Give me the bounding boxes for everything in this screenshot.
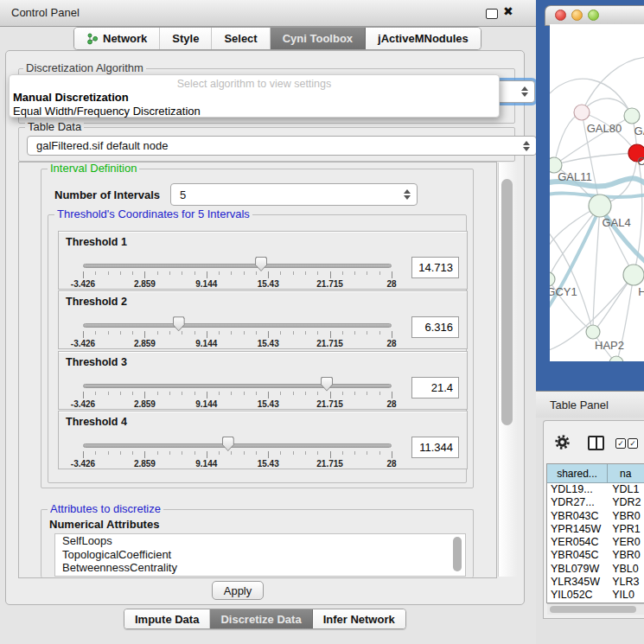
slider-tick <box>231 392 232 395</box>
tab-impute-data[interactable]: Impute Data <box>124 609 210 628</box>
close-traffic-light-icon[interactable] <box>555 10 566 21</box>
table-cell[interactable]: YDL1 <box>609 483 644 496</box>
network-edge[interactable] <box>550 206 600 279</box>
node-table[interactable]: shared... na YDL19...YDL1YDR27...YDR2YBR… <box>546 463 644 603</box>
table-cell[interactable]: YBR043C <box>547 510 609 523</box>
network-edge[interactable] <box>550 230 593 332</box>
threshold-value-field[interactable]: 21.4 <box>411 377 459 399</box>
table-row[interactable]: YIL052CYIL0 <box>547 589 644 602</box>
slider-tick <box>194 451 195 455</box>
table-cell[interactable]: YIL0 <box>609 589 644 602</box>
numerical-attributes-list[interactable]: SelfLoopsTopologicalCoefficientBetweenne… <box>54 533 466 577</box>
attribute-item[interactable]: SelfLoops <box>55 534 465 548</box>
zoom-traffic-light-icon[interactable] <box>588 10 599 21</box>
table-cell[interactable]: YBR0 <box>609 549 644 562</box>
gear-icon[interactable] <box>554 434 571 450</box>
network-node[interactable] <box>574 105 590 120</box>
slider-tick <box>108 392 109 395</box>
tab-discretize-data[interactable]: Discretize Data <box>210 609 312 628</box>
slider-tick <box>144 451 145 458</box>
slider-tick <box>157 331 158 335</box>
close-icon[interactable]: ✖ <box>503 4 513 18</box>
column-layout-icon[interactable] <box>588 436 604 450</box>
checkbox-icon[interactable]: ✓ <box>628 438 638 449</box>
attribute-item[interactable]: TopologicalCoefficient <box>55 548 465 562</box>
slider-tick <box>354 451 355 455</box>
table-cell[interactable]: YBL079W <box>547 563 609 576</box>
slider-tick <box>169 392 170 395</box>
slider-tick <box>207 271 207 278</box>
table-row[interactable]: YBR043CYBR0 <box>547 510 644 523</box>
tab-cyni-toolbox[interactable]: Cyni Toolbox <box>271 28 366 49</box>
table-cell[interactable]: YDL19... <box>547 483 609 496</box>
table-cell[interactable]: YLR345W <box>547 576 609 589</box>
tab-network[interactable]: Network <box>74 28 160 49</box>
table-cell[interactable]: YBR0 <box>609 510 644 523</box>
slider-tick-label: 15.43 <box>258 339 279 348</box>
table-cell[interactable]: YER0 <box>609 536 644 549</box>
table-row[interactable]: YBL079WYBL0 <box>547 563 644 576</box>
slider-thumb[interactable] <box>222 437 234 451</box>
float-window-icon[interactable] <box>486 9 498 19</box>
threshold-value-field[interactable]: 11.344 <box>411 437 459 458</box>
table-cell[interactable]: YDR27... <box>547 496 609 509</box>
slider-tick <box>169 451 170 455</box>
table-row[interactable]: YDL19...YDL1 <box>547 483 644 496</box>
tab-select[interactable]: Select <box>212 28 270 49</box>
table-data-combobox[interactable]: galFiltered.sif default node <box>27 136 537 156</box>
slider-tick <box>219 331 220 335</box>
slider-tick <box>132 451 133 455</box>
table-cell[interactable]: YLR3 <box>609 576 644 589</box>
popup-option[interactable]: Manual Discretization <box>10 91 499 105</box>
table-cell[interactable]: YER054C <box>547 536 609 549</box>
table-cell[interactable]: YIL052C <box>547 589 609 602</box>
table-header-name[interactable]: na <box>608 464 644 482</box>
table-header-shared[interactable]: shared... <box>547 464 608 482</box>
table-row[interactable]: YER054CYER0 <box>547 536 644 549</box>
table-cell[interactable]: YBL0 <box>609 563 644 576</box>
network-node[interactable] <box>589 194 611 217</box>
network-edge[interactable] <box>554 112 582 165</box>
table-cell[interactable]: YDR2 <box>609 496 644 509</box>
tab-infer-network[interactable]: Infer Network <box>313 609 405 628</box>
network-node[interactable] <box>586 325 600 339</box>
tab-jactivemnodules[interactable]: jActiveMNodules <box>366 28 481 49</box>
table-row[interactable]: YLR345WYLR3 <box>547 576 644 589</box>
network-node-label: GAL80 <box>587 122 622 135</box>
threshold-value-field[interactable]: 14.713 <box>411 257 459 278</box>
attributes-scrollbar-thumb[interactable] <box>453 537 462 571</box>
popup-option[interactable]: Equal Width/Frequency Discretization <box>10 105 499 118</box>
tab-style[interactable]: Style <box>160 28 212 49</box>
apply-button[interactable]: Apply <box>212 581 264 600</box>
checkbox-icon[interactable]: ✓ <box>615 438 626 449</box>
network-node[interactable] <box>624 108 640 124</box>
slider-tick <box>367 271 367 275</box>
slider-tick <box>244 331 245 335</box>
network-edge[interactable] <box>550 79 632 116</box>
network-edge[interactable] <box>554 153 637 165</box>
network-node[interactable] <box>550 272 555 286</box>
slider-tick <box>157 392 158 395</box>
table-row[interactable]: YDR27...YDR2 <box>547 496 644 509</box>
slider-thumb[interactable] <box>321 377 333 392</box>
network-node[interactable] <box>623 265 644 285</box>
horizontal-scrollbar[interactable] <box>547 603 644 615</box>
attribute-item[interactable]: BetweennessCentrality <box>55 561 465 575</box>
number-of-intervals-combobox[interactable]: 5 <box>170 183 418 206</box>
network-window-titlebar[interactable] <box>545 5 644 26</box>
slider-tick <box>182 392 182 395</box>
table-row[interactable]: YPR145WYPR1 <box>547 523 644 536</box>
slider-thumb[interactable] <box>255 257 267 271</box>
scrollbar-thumb[interactable] <box>501 179 513 425</box>
network-canvas[interactable]: GAL80GACGAL11GAL4GCY1HHAP2 <box>550 24 644 361</box>
minimize-traffic-light-icon[interactable] <box>571 10 583 21</box>
table-cell[interactable]: YPR1 <box>609 523 644 536</box>
slider-tick-label: 9.144 <box>195 399 217 409</box>
scrollbar-thumb[interactable] <box>550 606 636 613</box>
vertical-scrollbar[interactable] <box>498 163 517 577</box>
table-row[interactable]: YBR045CYBR0 <box>547 549 644 562</box>
table-cell[interactable]: YBR045C <box>547 549 609 562</box>
threshold-value-field[interactable]: 6.316 <box>411 316 459 338</box>
slider-thumb[interactable] <box>173 316 185 331</box>
table-cell[interactable]: YPR145W <box>547 523 609 536</box>
